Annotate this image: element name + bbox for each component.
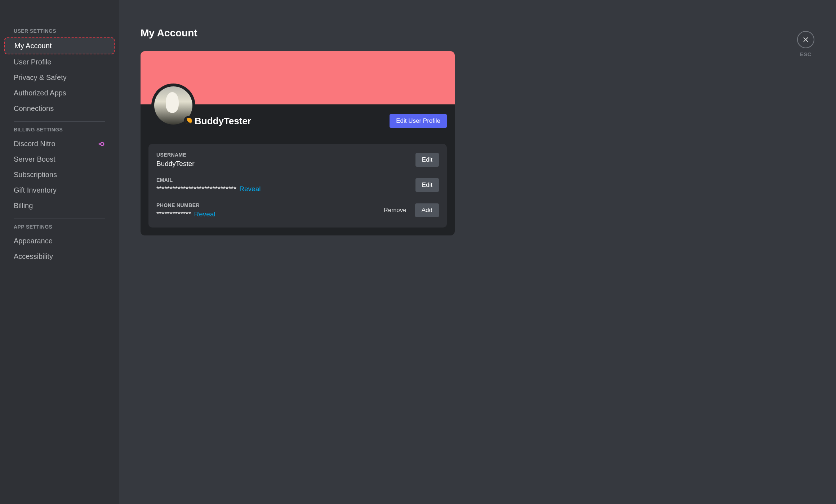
- sidebar-section-title: BILLING SETTINGS: [4, 127, 115, 136]
- sidebar-section-title: APP SETTINGS: [4, 224, 115, 233]
- nitro-icon: [98, 140, 105, 148]
- field-value: BuddyTester: [156, 160, 195, 168]
- sidebar-divider: [14, 121, 105, 122]
- field-label: PHONE NUMBER: [156, 202, 215, 208]
- sidebar-divider: [14, 219, 105, 219]
- sidebar-item-appearance[interactable]: Appearance: [4, 233, 115, 249]
- account-fields: USERNAME BuddyTester Edit EMAIL ********…: [148, 144, 447, 228]
- field-value: ******************************: [156, 185, 236, 193]
- remove-phone-button[interactable]: Remove: [380, 204, 410, 216]
- avatar[interactable]: [151, 84, 195, 127]
- sidebar-item-label: Authorized Apps: [14, 89, 66, 97]
- edit-username-button[interactable]: Edit: [415, 153, 439, 167]
- sidebar-item-authorized-apps[interactable]: Authorized Apps: [4, 85, 115, 101]
- sidebar-item-subscriptions[interactable]: Subscriptions: [4, 167, 115, 183]
- sidebar-item-label: Subscriptions: [14, 171, 57, 179]
- settings-content: My Account ESC BuddyTester Edit User Pro…: [119, 0, 541, 304]
- field-value: *************: [156, 210, 191, 218]
- field-email: EMAIL ****************************** Rev…: [156, 177, 439, 193]
- sidebar-item-label: My Account: [14, 42, 52, 50]
- sidebar-item-label: Accessibility: [14, 252, 53, 261]
- edit-email-button[interactable]: Edit: [415, 178, 439, 192]
- field-label: USERNAME: [156, 152, 195, 158]
- account-card: BuddyTester Edit User Profile USERNAME B…: [141, 51, 455, 235]
- sidebar-item-my-account[interactable]: My Account: [4, 37, 115, 54]
- sidebar-item-user-profile[interactable]: User Profile: [4, 54, 115, 70]
- sidebar-item-label: Billing: [14, 202, 33, 210]
- reveal-email-link[interactable]: Reveal: [239, 185, 261, 193]
- add-phone-button[interactable]: Add: [415, 203, 439, 217]
- status-idle-icon: [184, 116, 194, 126]
- page-title: My Account: [141, 27, 541, 39]
- sidebar-item-billing[interactable]: Billing: [4, 198, 115, 213]
- sidebar-item-connections[interactable]: Connections: [4, 101, 115, 116]
- sidebar-item-privacy-safety[interactable]: Privacy & Safety: [4, 70, 115, 85]
- display-name: BuddyTester: [195, 116, 390, 127]
- sidebar-item-label: Privacy & Safety: [14, 73, 67, 82]
- sidebar-item-label: User Profile: [14, 58, 51, 66]
- profile-header: BuddyTester Edit User Profile: [141, 104, 455, 138]
- settings-sidebar: USER SETTINGS My Account User Profile Pr…: [0, 0, 119, 304]
- reveal-phone-link[interactable]: Reveal: [194, 210, 215, 218]
- sidebar-item-label: Appearance: [14, 237, 53, 245]
- sidebar-item-gift-inventory[interactable]: Gift Inventory: [4, 183, 115, 198]
- sidebar-item-label: Discord Nitro: [14, 140, 55, 148]
- svg-point-2: [101, 143, 103, 145]
- sidebar-item-label: Connections: [14, 104, 54, 113]
- field-username: USERNAME BuddyTester Edit: [156, 152, 439, 168]
- svg-rect-0: [99, 143, 100, 144]
- sidebar-item-server-boost[interactable]: Server Boost: [4, 152, 115, 167]
- sidebar-section-title: USER SETTINGS: [4, 28, 115, 37]
- sidebar-item-discord-nitro[interactable]: Discord Nitro: [4, 136, 115, 152]
- sidebar-item-label: Gift Inventory: [14, 186, 57, 194]
- field-phone: PHONE NUMBER ************* Reveal Remove…: [156, 202, 439, 218]
- sidebar-item-label: Server Boost: [14, 155, 55, 163]
- edit-user-profile-button[interactable]: Edit User Profile: [390, 114, 447, 128]
- field-label: EMAIL: [156, 177, 261, 183]
- sidebar-item-accessibility[interactable]: Accessibility: [4, 249, 115, 264]
